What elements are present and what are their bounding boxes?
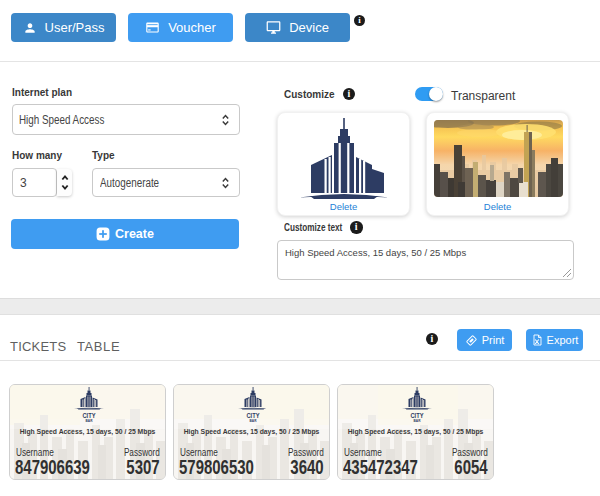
svg-text:BAR: BAR	[414, 419, 422, 423]
svg-text:BAR: BAR	[86, 419, 94, 423]
svg-text:CITY: CITY	[83, 412, 96, 419]
svg-text:CITY: CITY	[247, 412, 260, 419]
svg-text:BAR: BAR	[250, 419, 258, 423]
svg-text:CITY: CITY	[411, 412, 424, 419]
